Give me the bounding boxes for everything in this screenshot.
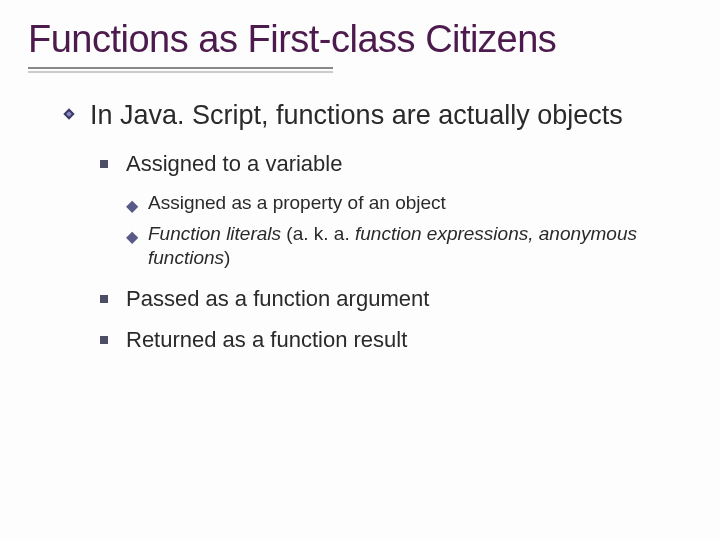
bullet-level3: ◆ Function literals (a. k. a. function e… — [126, 222, 692, 271]
bullet-level3: ◆ Assigned as a property of an object — [126, 191, 692, 216]
bullet-text: Function literals (a. k. a. function exp… — [148, 223, 637, 269]
triangle-icon: ◆ — [126, 227, 138, 248]
bullet-text: Returned as a function result — [126, 327, 407, 352]
title-underline — [28, 67, 333, 69]
square-icon — [100, 295, 108, 303]
bullet-level2: Returned as a function result — [100, 326, 692, 355]
bullet-text: Assigned to a variable — [126, 151, 342, 176]
bullet-level2: Passed as a function argument — [100, 285, 692, 314]
sublist: Assigned to a variable ◆ Assigned as a p… — [100, 150, 692, 354]
diamond-icon — [62, 107, 76, 121]
square-icon — [100, 336, 108, 344]
square-icon — [100, 160, 108, 168]
bullet-text: In Java. Script, functions are actually … — [90, 100, 623, 130]
bullet-level2: Assigned to a variable — [100, 150, 692, 179]
triangle-icon: ◆ — [126, 196, 138, 217]
bullet-level1: In Java. Script, functions are actually … — [62, 99, 692, 133]
slide-content: In Java. Script, functions are actually … — [28, 99, 692, 355]
slide-title: Functions as First-class Citizens — [28, 18, 692, 61]
bullet-text: Assigned as a property of an object — [148, 192, 446, 213]
bullet-text: Passed as a function argument — [126, 286, 429, 311]
slide: Functions as First-class Citizens In Jav… — [0, 0, 720, 386]
